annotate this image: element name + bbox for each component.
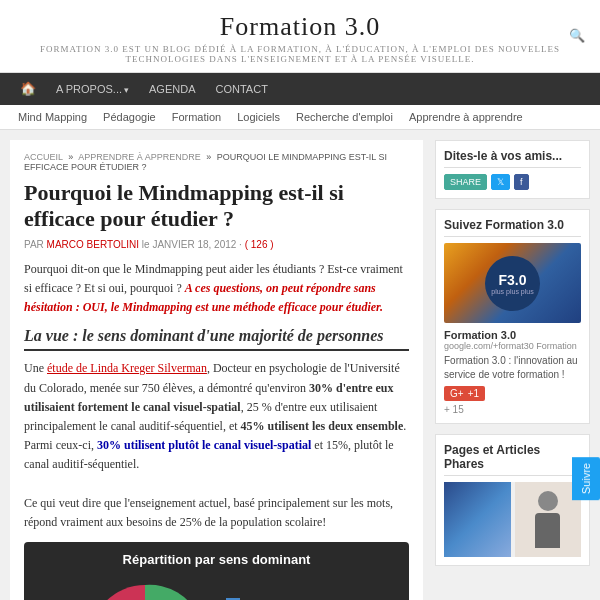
chart-container: Répartition par sens dominant 30% 25% 45… xyxy=(24,542,409,600)
sidebar-share-box: Dites-le à vos amis... SHARE 𝕏 f xyxy=(435,140,590,199)
subnav-recherche[interactable]: Recherche d'emploi xyxy=(288,105,401,129)
site-header: Formation 3.0 FORMATION 3.0 EST UN BLOG … xyxy=(0,0,600,130)
search-icon[interactable]: 🔍 xyxy=(569,28,585,44)
share-button[interactable]: SHARE xyxy=(444,174,487,190)
section-title: La vue : le sens dominant d'une majorité… xyxy=(24,327,409,351)
breadcrumb: ACCUEIL » APPRENDRE À APPRENDRE » POURQU… xyxy=(24,152,409,172)
twitter-button[interactable]: 𝕏 xyxy=(491,174,510,190)
facebook-button[interactable]: f xyxy=(514,174,529,190)
profile-image: F3.0 plus plus plus xyxy=(444,243,581,323)
pages-title: Pages et Articles Phares xyxy=(444,443,581,476)
home-icon[interactable]: 🏠 xyxy=(10,73,46,105)
pie-chart: 30% 25% 45% xyxy=(80,575,210,600)
chart-title: Répartition par sens dominant xyxy=(34,552,399,567)
breadcrumb-parent[interactable]: APPRENDRE À APPRENDRE xyxy=(78,152,201,162)
sidebar: Dites-le à vos amis... SHARE 𝕏 f Suivez … xyxy=(435,140,590,600)
subnav-logiciels[interactable]: Logiciels xyxy=(229,105,288,129)
gplus-icon: G+ xyxy=(450,388,464,399)
article-intro: Pourquoi dit-on que le Mindmapping peut … xyxy=(24,260,409,318)
followers-count: + 15 xyxy=(444,404,581,415)
author-link[interactable]: MARCO BERTOLINI xyxy=(47,239,139,250)
pages-images xyxy=(444,482,581,557)
profile-url: google.com/+format30 Formation xyxy=(444,341,581,351)
profile-desc: Formation 3.0 : l'innovation au service … xyxy=(444,354,581,382)
share-buttons: SHARE 𝕏 f xyxy=(444,174,581,190)
mini-image-1 xyxy=(444,482,511,557)
nav-agenda[interactable]: AGENDA xyxy=(139,75,205,103)
nav-contact[interactable]: CONTACT xyxy=(206,75,278,103)
follow-button[interactable]: Suivre xyxy=(572,457,600,500)
subnav-pedagogie[interactable]: Pédagogie xyxy=(95,105,164,129)
profile-name: Formation 3.0 xyxy=(444,329,581,341)
sub-nav: Mind Mapping Pédagogie Formation Logicie… xyxy=(0,105,600,130)
page-container: ACCUEIL » APPRENDRE À APPRENDRE » POURQU… xyxy=(0,130,600,600)
article-body: Une étude de Linda Kreger Silverman, Doc… xyxy=(24,359,409,532)
subnav-apprendre[interactable]: Apprendre à apprendre xyxy=(401,105,531,129)
study-link[interactable]: étude de Linda Kreger Silverman xyxy=(47,361,207,375)
follow-title: Suivez Formation 3.0 xyxy=(444,218,581,237)
main-content: ACCUEIL » APPRENDRE À APPRENDRE » POURQU… xyxy=(10,140,423,600)
nav-apropos[interactable]: A PROPOS...▾ xyxy=(46,75,139,103)
gplus-button[interactable]: G+ +1 xyxy=(444,386,485,401)
site-title: Formation 3.0 xyxy=(0,12,600,42)
article-meta: PAR MARCO BERTOLINI le JANVIER 18, 2012 … xyxy=(24,239,409,250)
sidebar-pages-box: Pages et Articles Phares xyxy=(435,434,590,566)
subnav-mindmapping[interactable]: Mind Mapping xyxy=(10,105,95,129)
share-title: Dites-le à vos amis... xyxy=(444,149,581,168)
chart-area: 30% 25% 45% Fortement visuel-spatial For… xyxy=(34,575,399,600)
f30-badge: F3.0 plus plus plus xyxy=(485,256,540,311)
main-nav: 🏠 A PROPOS...▾ AGENDA CONTACT xyxy=(0,73,600,105)
article-title: Pourquoi le Mindmapping est-il si effica… xyxy=(24,180,409,233)
site-tagline: FORMATION 3.0 EST UN BLOG DÉDIÉ À LA FOR… xyxy=(0,44,600,64)
sidebar-follow-box: Suivez Formation 3.0 F3.0 plus plus plus… xyxy=(435,209,590,424)
breadcrumb-accueil[interactable]: ACCUEIL xyxy=(24,152,63,162)
subnav-formation[interactable]: Formation xyxy=(164,105,230,129)
